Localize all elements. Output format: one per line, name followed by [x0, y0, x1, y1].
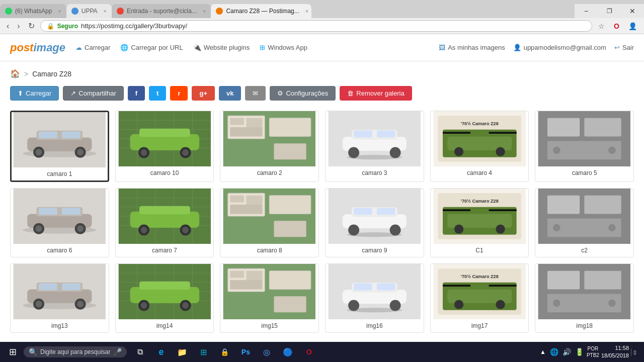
plugin-icon: 🔌 [193, 44, 201, 51]
nav-carregar-url[interactable]: 🌐 Carregar por URL [120, 44, 183, 51]
gallery-item[interactable]: ↗ 🗑 img18 [535, 263, 634, 333]
item-label: c2 [535, 244, 633, 257]
lock-icon: 🔒 [220, 348, 229, 356]
opera-button[interactable]: O [299, 342, 319, 362]
show-desktop-button[interactable]: ▯ [631, 348, 637, 356]
twitter-button[interactable]: t [149, 86, 166, 101]
explorer-button[interactable]: 📁 [172, 342, 192, 362]
gallery-item[interactable]: ↗ 🗑 camaro 7 [115, 188, 214, 257]
tab-close[interactable]: × [58, 8, 61, 14]
svg-point-132 [140, 302, 147, 309]
svg-point-47 [454, 147, 463, 156]
breadcrumb-separator: > [24, 70, 28, 78]
nav-carregar[interactable]: ☁ Carregar [75, 44, 110, 51]
svg-point-54 [608, 147, 616, 154]
gallery-item[interactable]: ↗ 🗑 img14 [115, 263, 214, 333]
googleplus-button[interactable]: g+ [192, 86, 215, 101]
back-button[interactable]: ‹ [4, 21, 12, 32]
share-button[interactable]: ↗ Compartilhar [63, 86, 123, 101]
secure-icon: 🔒 [47, 23, 54, 30]
breadcrumb: 🏠 > Camaro Z28 [10, 69, 634, 78]
gallery-item[interactable]: ↗ 🗑 camaro 8 [220, 188, 319, 257]
home-link[interactable]: 🏠 [10, 69, 20, 78]
gallery-item[interactable]: ↗ 🗑 img15 [220, 263, 319, 333]
svg-rect-86 [274, 221, 306, 237]
gallery-item[interactable]: ↗ 🗑 '70½ Camaro Z28 C1 [430, 188, 529, 257]
item-label: camaro 3 [326, 166, 424, 179]
network-icon[interactable]: 🌐 [549, 347, 559, 357]
item-label: img15 [220, 319, 318, 332]
safari-button[interactable]: ◎ [257, 342, 277, 362]
ps-button[interactable]: Ps [235, 342, 256, 362]
gallery-item[interactable]: ↗ 🗑 camaro 5 [535, 111, 634, 182]
edge-icon: e [158, 347, 164, 357]
item-image [220, 189, 318, 244]
gallery-item[interactable]: ↗ 🗑 camaro 2 [220, 111, 319, 182]
nav-sair[interactable]: ↩ Sair [614, 44, 634, 51]
search-placeholder: Digite aqui para pesquisar [40, 348, 110, 355]
postimage-logo[interactable]: postimage [10, 41, 65, 54]
user-button[interactable]: 👤 [625, 21, 640, 31]
opera-button[interactable]: O [611, 21, 622, 31]
task-view-button[interactable]: ⧉ [130, 342, 150, 362]
gallery-item[interactable]: ↗ 🗑 camaro 10 [115, 111, 214, 182]
store-button[interactable]: ⊞ [193, 342, 213, 362]
reddit-button[interactable]: r [170, 86, 188, 101]
start-icon: ⊞ [9, 346, 17, 357]
gallery-item[interactable]: ↗ 🗑 '70½ Camaro Z28 camaro 4 [430, 111, 529, 182]
email-button[interactable]: ✉ [245, 86, 266, 101]
svg-rect-106 [585, 196, 621, 214]
facebook-button[interactable]: f [128, 86, 145, 101]
tab-whatsapp[interactable]: (6) WhatsApp × [0, 4, 66, 18]
gallery-item[interactable]: ↗ 🗑 img16 [325, 263, 424, 333]
ps-icon: Ps [242, 348, 250, 356]
lock-button[interactable]: 🔒 [214, 342, 234, 362]
gallery-item[interactable]: ↗ 🗑 camaro 9 [325, 188, 424, 257]
maximize-button[interactable]: ❐ [598, 4, 621, 18]
tab-close[interactable]: × [203, 8, 206, 14]
upload-button[interactable]: ⬆ Carregar [10, 86, 59, 101]
start-button[interactable]: ⊞ [3, 342, 23, 362]
tab-camaro[interactable]: Camaro Z28 — Postimag... × [211, 4, 311, 18]
nav-plugins[interactable]: 🔌 Website plugins [193, 44, 250, 51]
svg-rect-46 [489, 132, 516, 134]
gallery-item[interactable]: ↗ 🗑 img13 [10, 263, 109, 333]
nav-account[interactable]: 👤 uppamodelismo@gmail.com [513, 44, 606, 51]
vk-button[interactable]: vk [219, 86, 241, 101]
taskbar-search[interactable]: 🔍 Digite aqui para pesquisar 🎤 [24, 346, 127, 357]
gallery-item[interactable]: ↗ 🗑 camaro 6 [10, 188, 109, 257]
gallery-item[interactable]: ↗ 🗑 camaro 3 [325, 111, 424, 182]
minimize-button[interactable]: − [575, 4, 598, 18]
gallery-item[interactable]: Compartilhar ↗ 🗑 camaro 1 [10, 111, 109, 182]
address-bar[interactable]: 🔒 Seguro https://postimg.cc/gallery/3bur… [40, 20, 592, 32]
tab-uppa[interactable]: UPPA × [66, 4, 112, 18]
item-label: camaro 1 [12, 167, 108, 180]
volume-icon[interactable]: 🔊 [561, 347, 572, 357]
remove-gallery-button[interactable]: 🗑 Remover galeria [340, 86, 412, 101]
forward-button[interactable]: › [15, 21, 22, 32]
trash-icon: 🗑 [347, 89, 354, 97]
nav-minhas-imagens[interactable]: 🖼 As minhas imagens [439, 44, 505, 51]
images-icon: 🖼 [439, 44, 445, 51]
nav-windows-app[interactable]: ⊞ Windows App [260, 44, 307, 51]
config-button[interactable]: ⚙ Configurações [270, 86, 336, 101]
reload-button[interactable]: ↻ [26, 20, 37, 32]
tab-close[interactable]: × [305, 8, 308, 14]
taskbar-tray: ▲ 🌐 🔊 🔋 POR PTB2 11:58 18/05/2018 ▯ [535, 344, 641, 360]
svg-rect-85 [270, 196, 311, 214]
svg-point-93 [348, 225, 359, 236]
url-text[interactable]: https://postimg.cc/gallery/3burbvapy/ [81, 22, 586, 30]
user-icon: 👤 [513, 44, 521, 51]
edge-button[interactable]: e [151, 342, 171, 362]
tab-close[interactable]: × [104, 8, 107, 14]
gallery-item[interactable]: ↗ 🗑 '70½ Camaro Z28 img17 [430, 263, 529, 333]
close-button[interactable]: ✕ [621, 4, 644, 18]
tab-entrada[interactable]: Entrada - suporte@cicla... × [112, 4, 211, 18]
tray-up-arrow[interactable]: ▲ [539, 347, 547, 356]
chrome-button[interactable]: 🔵 [278, 342, 298, 362]
svg-rect-5 [62, 132, 80, 139]
svg-rect-75 [139, 206, 190, 215]
bookmark-button[interactable]: ☆ [595, 21, 608, 31]
gallery-item[interactable]: ↗ 🗑 c2 [535, 188, 634, 257]
battery-icon[interactable]: 🔋 [574, 347, 585, 357]
